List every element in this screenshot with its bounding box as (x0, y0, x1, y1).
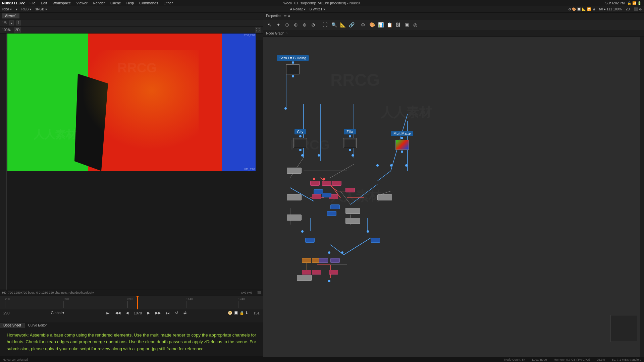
menu-render[interactable]: Render (92, 1, 106, 5)
menu-help[interactable]: Help (126, 1, 135, 5)
node-pink-lower-1[interactable] (302, 270, 311, 275)
menu-commands[interactable]: Commands (139, 1, 159, 5)
node-blue-3[interactable] (330, 204, 340, 209)
toolbar-colorspace-srgb[interactable]: sRGB ▾ (34, 7, 48, 11)
tool-10[interactable]: 🔗 (347, 21, 355, 28)
tool-8[interactable]: 🔍 (330, 21, 337, 28)
node-pink-lower-2[interactable] (329, 270, 338, 275)
node-graph-canvas[interactable]: RRCG RRCG 人人素材 人人素材 (263, 37, 644, 362)
tool-3[interactable]: ⊙ (283, 21, 291, 28)
btn-prev-frame[interactable]: ◀◀ (114, 310, 122, 315)
connections-svg (263, 37, 644, 362)
node-blue-1[interactable] (314, 189, 323, 194)
btn-bounce[interactable]: ⇄ (182, 310, 188, 315)
toolbar-mode-2d[interactable]: 2D (625, 7, 631, 11)
toolbar-item-2[interactable]: ▾ (15, 7, 18, 11)
node-merge-3[interactable] (287, 215, 302, 221)
dot-7 (405, 164, 408, 167)
menu-edit[interactable]: Edit (40, 1, 48, 5)
svg-text:890: 890 (127, 297, 132, 301)
node-pink-3[interactable] (332, 181, 341, 186)
viewer-ctrl-btn-1[interactable]: ▸ (9, 20, 14, 25)
viewer-mode-btn[interactable]: 2D (14, 27, 21, 33)
node-scrn-lft-building[interactable]: Scrn Lft Building (277, 55, 309, 77)
node-purple-2[interactable] (330, 258, 340, 263)
tool-17[interactable]: ◎ (412, 21, 419, 28)
toolbar-colorspace-rgb[interactable]: RGB ▾ (20, 7, 32, 11)
menu-workspace[interactable]: Workspace (52, 1, 72, 5)
btn-first-frame[interactable]: ⏮ (105, 311, 111, 315)
dot-8 (301, 230, 304, 233)
node-blue-2[interactable] (322, 193, 331, 197)
viewer-canvas[interactable]: 0 280 560 840 1120 1280 280,720 HD_720 (0, 34, 263, 290)
tab-curve-editor[interactable]: Curve Editor (25, 323, 51, 328)
node-orange-1[interactable] (302, 258, 311, 263)
mini-map[interactable] (610, 315, 637, 342)
menu-file[interactable]: File (29, 1, 36, 5)
node-blue-6[interactable] (371, 238, 380, 243)
svg-line-23 (351, 184, 377, 204)
timeline-bar[interactable]: 290 590 890 1140 1240 (0, 296, 263, 309)
tool-6[interactable]: ⊘ (310, 21, 317, 28)
node-merge-6[interactable] (345, 218, 360, 224)
toolbar-input-b[interactable]: B Write1 ▾ (309, 7, 326, 11)
node-pink-4[interactable] (312, 194, 321, 199)
svg-line-21 (340, 191, 351, 204)
node-merge-5[interactable] (377, 194, 392, 200)
btn-loop[interactable]: ↺ (174, 310, 179, 315)
btn-global[interactable]: Global ▾ (50, 310, 66, 315)
node-merge-2[interactable] (287, 194, 302, 200)
btn-next[interactable]: ▶▶ (154, 310, 162, 315)
menu-other[interactable]: Other (163, 1, 174, 5)
tool-16[interactable]: ▣ (403, 21, 410, 28)
menu-viewer[interactable]: Viewer (75, 1, 88, 5)
tool-select[interactable]: ↖ (266, 21, 273, 28)
node-mult-matte[interactable]: Mult Matte (391, 131, 413, 153)
tool-15[interactable]: 🖼 (394, 21, 401, 28)
btn-prev[interactable]: ◀ (124, 310, 130, 315)
mini-scrollbar[interactable] (640, 37, 644, 362)
menu-cache[interactable]: Cache (110, 1, 122, 5)
node-label-scrn: Scrn Lft Building (277, 55, 309, 61)
status-node-count: Node Count: 54 (504, 358, 525, 361)
viewer-ctrl-btn-2[interactable]: 1 (16, 20, 21, 25)
node-merge-1[interactable] (287, 168, 302, 174)
node-blue-5[interactable] (305, 238, 315, 243)
tool-9[interactable]: 📐 (339, 21, 346, 28)
viewer-fullscreen-btn[interactable]: ⛶ (255, 27, 261, 33)
node-pink-lower-3[interactable] (312, 270, 321, 275)
node-toolbar: ↖ ✦ ⊙ ⊕ ⊗ ⊘ ⛶ 🔍 📐 🔗 ⚙ 🎨 📊 📋 🖼 ▣ ◎ (263, 19, 644, 30)
viewer-tab-1[interactable]: Viewer1 (2, 13, 19, 18)
toolbar-input-a[interactable]: A Read2 ▾ (289, 7, 307, 11)
btn-play[interactable]: ▶ (146, 310, 151, 315)
node-pink-1[interactable] (310, 181, 320, 186)
tool-14[interactable]: 📋 (385, 21, 393, 28)
node-city[interactable]: City (293, 129, 307, 151)
node-blue-4[interactable] (327, 211, 336, 216)
tool-4[interactable]: ⊕ (292, 21, 300, 28)
status-location: Local node (532, 358, 547, 361)
btn-last-frame[interactable]: ⏭ (165, 311, 171, 315)
zoom-level: 100% (2, 28, 11, 32)
node-pink-6[interactable] (345, 188, 355, 192)
bottom-tabs: Dope Sheet Curve Editor (0, 322, 263, 328)
node-zilla[interactable]: Zilla (343, 129, 357, 151)
tool-7[interactable]: ⛶ (321, 21, 329, 28)
node-purple-1[interactable] (319, 258, 328, 263)
tool-2[interactable]: ✦ (275, 21, 282, 28)
node-dot-top-zilla (349, 135, 351, 137)
node-merge-lower-1[interactable] (297, 275, 312, 281)
node-merge-4[interactable] (345, 208, 360, 214)
app-name: NukeX11.3v2 (2, 1, 25, 5)
tab-dope-sheet[interactable]: Dope Sheet (0, 323, 25, 328)
status-coords: x=0 y=0 (241, 291, 252, 294)
toolbar-item-1[interactable]: rgba ▾ (1, 7, 13, 11)
frame-current: 1070 (132, 311, 143, 315)
node-pink-2[interactable] (322, 181, 331, 186)
tool-11[interactable]: ⚙ (359, 21, 367, 28)
tool-12[interactable]: 🎨 (368, 21, 375, 28)
node-label-zilla: Zilla (344, 129, 356, 134)
node-label-mult: Mult Matte (391, 131, 413, 136)
tool-13[interactable]: 📊 (377, 21, 384, 28)
tool-5[interactable]: ⊗ (301, 21, 308, 28)
